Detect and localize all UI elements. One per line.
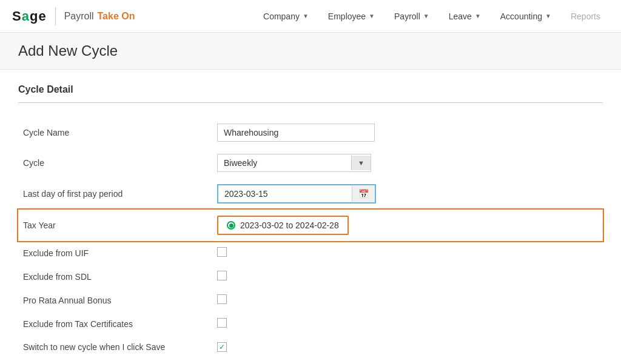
- pro-rata-checkbox[interactable]: [217, 294, 227, 304]
- form-table: Cycle Name Cycle Biweekly Weekly Monthly…: [18, 117, 603, 358]
- exclude-uif-checkbox[interactable]: [217, 247, 227, 257]
- exclude-uif-value-cell: [212, 241, 603, 265]
- exclude-tax-cert-label: Exclude from Tax Certificates: [18, 312, 212, 336]
- select-arrow-icon[interactable]: ▼: [351, 156, 371, 170]
- cycle-select-wrapper: Biweekly Weekly Monthly Semi-monthly ▼: [217, 154, 371, 172]
- chevron-down-icon: ▼: [423, 13, 429, 19]
- exclude-sdl-value-cell: [212, 265, 603, 288]
- cycle-label: Cycle: [18, 148, 212, 178]
- date-input-wrapper: 📅: [217, 184, 376, 204]
- logo-divider: [55, 7, 56, 25]
- exclude-sdl-row: Exclude from SDL: [18, 265, 603, 288]
- exclude-uif-row: Exclude from UIF: [18, 241, 603, 265]
- cycle-name-label: Cycle Name: [18, 117, 212, 148]
- nav-menu: Company ▼ Employee ▼ Payroll ▼ Leave ▼ A…: [255, 0, 609, 33]
- pro-rata-value-cell: [212, 288, 603, 312]
- exclude-uif-label: Exclude from UIF: [18, 241, 212, 265]
- last-day-label: Last day of first pay period: [18, 178, 212, 210]
- switch-cycle-row: Switch to new cycle when I click Save ✓: [18, 336, 603, 358]
- page-title: Add New Cycle: [18, 42, 603, 59]
- exclude-tax-cert-value-cell: [212, 312, 603, 336]
- chevron-down-icon: ▼: [303, 13, 309, 19]
- chevron-down-icon: ▼: [369, 13, 375, 19]
- section-divider: [18, 102, 603, 103]
- radio-inner: [229, 223, 233, 228]
- tax-year-value: 2023-03-02 to 2024-02-28: [240, 220, 339, 230]
- last-day-input[interactable]: [218, 185, 352, 202]
- cycle-name-row: Cycle Name: [18, 117, 603, 148]
- takeon-label: Take On: [98, 11, 135, 22]
- tax-year-label: Tax Year: [18, 210, 212, 241]
- cycle-name-input[interactable]: [217, 124, 375, 142]
- logo-area: Sage Payroll Take On: [12, 7, 135, 25]
- calendar-icon[interactable]: 📅: [352, 186, 375, 202]
- switch-cycle-label: Switch to new cycle when I click Save: [18, 336, 212, 358]
- cycle-select[interactable]: Biweekly Weekly Monthly Semi-monthly: [218, 154, 351, 171]
- exclude-tax-cert-checkbox[interactable]: [217, 318, 227, 328]
- switch-cycle-value-cell: ✓: [212, 336, 603, 358]
- main-content: Cycle Detail Cycle Name Cycle Biweekly W…: [0, 70, 621, 364]
- exclude-sdl-checkbox[interactable]: [217, 271, 227, 280]
- switch-cycle-checkbox[interactable]: ✓: [217, 342, 227, 352]
- nav-reports: Reports: [562, 0, 609, 33]
- cycle-row: Cycle Biweekly Weekly Monthly Semi-month…: [18, 148, 603, 178]
- pro-rata-row: Pro Rata Annual Bonus: [18, 288, 603, 312]
- chevron-down-icon: ▼: [475, 13, 481, 19]
- sage-logo: Sage: [12, 8, 47, 24]
- nav-company[interactable]: Company ▼: [255, 0, 317, 33]
- cycle-name-value-cell: [212, 117, 603, 148]
- tax-year-highlight: 2023-03-02 to 2024-02-28: [217, 216, 349, 235]
- radio-selected-icon[interactable]: [227, 221, 235, 230]
- section-title: Cycle Detail: [18, 84, 603, 95]
- nav-payroll[interactable]: Payroll ▼: [386, 0, 438, 33]
- navbar: Sage Payroll Take On Company ▼ Employee …: [0, 0, 621, 33]
- nav-employee[interactable]: Employee ▼: [320, 0, 383, 33]
- exclude-tax-cert-row: Exclude from Tax Certificates: [18, 312, 603, 336]
- nav-leave[interactable]: Leave ▼: [440, 0, 489, 33]
- last-day-value-cell: 📅: [212, 178, 603, 210]
- payroll-label: Payroll: [64, 11, 94, 22]
- last-day-row: Last day of first pay period 📅: [18, 178, 603, 210]
- page-title-bar: Add New Cycle: [0, 33, 621, 70]
- pro-rata-label: Pro Rata Annual Bonus: [18, 288, 212, 312]
- exclude-sdl-label: Exclude from SDL: [18, 265, 212, 288]
- nav-accounting[interactable]: Accounting ▼: [492, 0, 560, 33]
- tax-year-value-cell: 2023-03-02 to 2024-02-28: [212, 210, 603, 241]
- tax-year-row: Tax Year 2023-03-02 to 2024-02-28: [18, 210, 603, 241]
- chevron-down-icon: ▼: [545, 13, 551, 19]
- cycle-value-cell: Biweekly Weekly Monthly Semi-monthly ▼: [212, 148, 603, 178]
